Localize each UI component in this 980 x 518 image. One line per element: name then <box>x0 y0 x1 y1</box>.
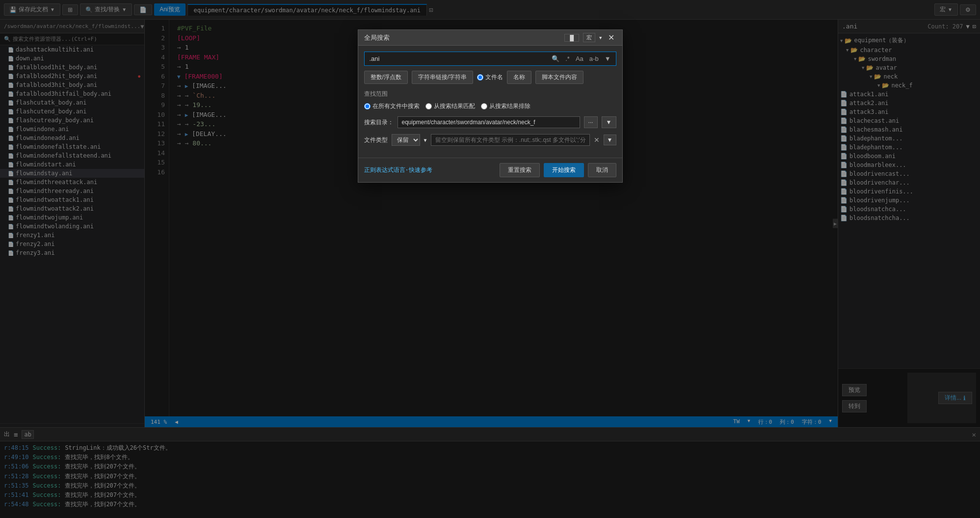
word-icon[interactable]: a-b <box>587 54 601 63</box>
scope-all-files[interactable]: 在所有文件中搜索 <box>364 102 420 110</box>
modal-macro-button[interactable]: 宏 <box>583 33 595 42</box>
modal-body: 🔍 .* Aa a-b ▼ 整数/浮点数 字符串链接/字符串 文件名 名称 脚本… <box>358 46 622 158</box>
modal-footer: 正则表达式语言·快速参考 重置搜索 开始搜索 取消 <box>358 158 622 182</box>
file-type-dropdown-button[interactable]: ▼ <box>604 135 616 145</box>
search-modal: 全局搜索 ▐▌ 宏 ▼ ✕ 🔍 .* Aa a-b ▼ <box>358 29 623 183</box>
search-input[interactable] <box>365 52 547 65</box>
footer-buttons: 重置搜索 开始搜索 取消 <box>500 163 616 177</box>
search-dir-label: 搜索目录： <box>364 118 394 127</box>
reset-search-button[interactable]: 重置搜索 <box>500 163 540 177</box>
file-name-radio[interactable] <box>477 74 483 81</box>
scope-exclude-results[interactable]: 从搜索结果排除 <box>481 102 530 110</box>
case-icon[interactable]: Aa <box>574 54 585 63</box>
search-dir-browse[interactable]: ··· <box>584 116 598 128</box>
search-input-row: 🔍 .* Aa a-b ▼ <box>364 52 616 66</box>
cancel-button[interactable]: 取消 <box>588 163 616 177</box>
scope-from-results[interactable]: 从搜索结果匹配 <box>425 102 475 110</box>
search-input-icons: 🔍 .* Aa a-b ▼ <box>547 54 615 63</box>
file-name-radio-group: 文件名 <box>477 71 503 84</box>
filter-script[interactable]: 脚本文件内容 <box>535 71 583 84</box>
search-submit-icon[interactable]: 🔍 <box>550 54 561 63</box>
footer-links: 正则表达式语言·快速参考 <box>364 166 432 174</box>
file-name-label: 文件名 <box>485 73 503 82</box>
options-icon[interactable]: ▼ <box>603 54 613 63</box>
start-search-button[interactable]: 开始搜索 <box>544 163 584 177</box>
search-dir-input[interactable] <box>397 116 580 128</box>
regex-icon[interactable]: .* <box>563 54 572 63</box>
macro-dropdown-icon: ▼ <box>599 35 602 40</box>
file-type-input[interactable] <box>431 134 590 146</box>
modal-title-bar: 全局搜索 ▐▌ 宏 ▼ ✕ <box>358 30 622 46</box>
filter-name[interactable]: 名称 <box>507 71 531 84</box>
search-dir-dropdown[interactable]: ▼ <box>602 116 616 128</box>
modal-overlay: 全局搜索 ▐▌ 宏 ▼ ✕ 🔍 .* Aa a-b ▼ <box>0 0 980 518</box>
keep-select[interactable]: 保留 <box>392 134 420 146</box>
file-type-row: 文件类型 保留 ▼ ✕ ▼ <box>364 134 616 146</box>
modal-controls: ▐▌ 宏 ▼ ✕ <box>564 33 616 42</box>
scope-radio-row: 在所有文件中搜索 从搜索结果匹配 从搜索结果排除 <box>364 102 616 110</box>
scope-label: 查找范围 <box>364 90 616 98</box>
file-type-clear-button[interactable]: ✕ <box>594 136 600 144</box>
modal-min-button[interactable]: ▐▌ <box>564 34 579 42</box>
filter-string-link[interactable]: 字符串链接/字符串 <box>412 71 473 84</box>
search-scope-section: 查找范围 在所有文件中搜索 从搜索结果匹配 从搜索结果排除 <box>364 90 616 110</box>
filter-row: 整数/浮点数 字符串链接/字符串 文件名 名称 脚本文件内容 <box>364 71 616 84</box>
filter-integer-float[interactable]: 整数/浮点数 <box>364 71 408 84</box>
file-type-label: 文件类型 <box>364 136 388 144</box>
search-dir-row: 搜索目录： ··· ▼ <box>364 116 616 128</box>
keep-dropdown[interactable]: ▼ <box>424 137 427 143</box>
regex-link[interactable]: 正则表达式语言·快速参考 <box>364 166 432 174</box>
modal-title: 全局搜索 <box>364 33 390 42</box>
modal-close-button[interactable]: ✕ <box>606 33 616 42</box>
